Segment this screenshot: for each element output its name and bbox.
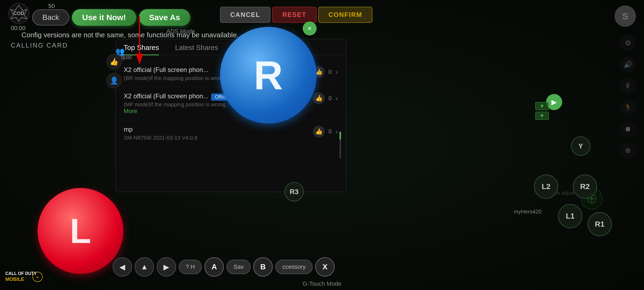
l-button-label: L (70, 211, 91, 251)
left-sidebar: 👍 👤 (105, 54, 123, 89)
like-count-1: 0 (328, 68, 332, 75)
share-item-title-2: X2 official (Full screen phon... (124, 92, 208, 100)
r1-button[interactable]: R1 (588, 212, 612, 236)
r3-button[interactable]: R3 (284, 182, 304, 201)
action-bar: CANCEL RESET CONFIRM (220, 7, 372, 23)
accessory-pill[interactable]: ccessory (275, 260, 313, 274)
share-item-title-3: mp (124, 126, 308, 133)
like-button-2[interactable]: 👍 (313, 92, 325, 104)
arrow-down-2[interactable]: ▼ (535, 112, 549, 120)
config-warning: Config versions are not the same, some f… (21, 31, 239, 39)
left-arrow-button[interactable]: ◀ (113, 257, 132, 277)
scroll-indicator (339, 132, 341, 158)
close-button[interactable]: × (303, 21, 317, 35)
svg-text:∞: ∞ (36, 275, 39, 279)
cod-mobile-logo: CALL OF DUTY MOBILE ∞ (5, 267, 43, 285)
l1-button[interactable]: L1 (558, 204, 582, 228)
svg-text:MOBILE: MOBILE (5, 277, 24, 282)
calling-card-label: CALLING CARD (11, 42, 68, 49)
bottom-bar: ◀ ▲ ▶ ? H A Sav B ccessory X (113, 257, 335, 277)
a-nav-button[interactable]: A (204, 257, 224, 277)
share-item-content-3: mp SM-N975W 2021-03-13 V4.0.8 (124, 126, 308, 141)
b-nav-button[interactable]: B (253, 257, 273, 277)
like-count-2: 0 (328, 95, 332, 102)
share-item-subtitle-3: SM-N975W 2021-03-13 V4.0.8 (124, 135, 308, 141)
chevron-1: › (335, 68, 338, 76)
share-actions-3: 👍 0 › (313, 126, 338, 137)
use-it-now-button[interactable]: Use it Now! (72, 9, 136, 26)
username-label: myHero420 (514, 209, 541, 215)
chevron-3: › (335, 128, 338, 136)
share-actions-2: 👍 0 › (313, 92, 338, 104)
like-count-3: 0 (328, 128, 332, 135)
x-nav-button[interactable]: X (315, 257, 335, 277)
r2-button[interactable]: R2 (573, 175, 597, 199)
red-arrow (131, 16, 148, 64)
share-actions-1: 👍 0 › (313, 66, 338, 78)
help-label: H (191, 263, 195, 270)
y-button[interactable]: Y (571, 136, 590, 156)
panel-arrows: ▼ ▼ (535, 102, 549, 120)
person-icon[interactable]: 👤 (106, 73, 122, 89)
chevron-2: › (335, 94, 338, 103)
r-button[interactable]: R (220, 27, 317, 124)
l2-button[interactable]: L2 (534, 175, 558, 199)
right-arrow-button[interactable]: ▶ (157, 257, 176, 277)
g-touch-label: G-Touch Mode (303, 280, 341, 287)
tab-latest-shares[interactable]: Latest Shares (175, 44, 218, 55)
r-button-label: R (254, 52, 283, 99)
share-item-3[interactable]: mp SM-N975W 2021-03-13 V4.0.8 👍 0 › (121, 120, 341, 147)
back-button[interactable]: Back (32, 9, 69, 26)
confirm-button[interactable]: CONFIRM (318, 7, 372, 23)
like-button-3[interactable]: 👍 (313, 126, 325, 137)
thumbsup-icon[interactable]: 👍 (106, 54, 122, 70)
arrow-down-1[interactable]: ▼ (535, 102, 549, 110)
cancel-button[interactable]: CANCEL (220, 7, 270, 23)
l-button[interactable]: L (38, 188, 123, 274)
scroll-thumb (339, 132, 341, 140)
save-pill[interactable]: Sav (226, 260, 251, 274)
reset-button[interactable]: RESET (272, 7, 317, 23)
up-arrow-button[interactable]: ▲ (135, 257, 154, 277)
help-pill[interactable]: ? H (179, 260, 202, 274)
svg-text:CALL OF DUTY: CALL OF DUTY (5, 271, 37, 276)
